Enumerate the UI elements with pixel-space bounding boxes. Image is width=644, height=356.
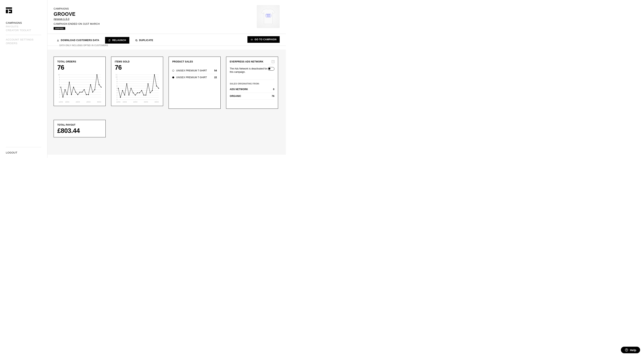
svg-point-41 <box>67 94 68 95</box>
download-customers-button[interactable]: DOWNLOAD CUSTOMERS DATA <box>54 37 102 44</box>
ads-status-row: The Ads Network is deactivated for this … <box>230 64 274 76</box>
ads-stat-label: ADS NETWORK <box>230 88 248 91</box>
svg-point-51 <box>88 94 89 95</box>
svg-point-96 <box>137 92 138 93</box>
nav-primary: CAMPAIGNS PAYOUTS CREATOR TOOLKIT <box>6 21 41 32</box>
product-sales-row: UNISEX PREMIUM T-SHIRT54 <box>172 67 217 74</box>
sidebar-item-payouts[interactable]: PAYOUTS <box>6 25 41 28</box>
card-title: TOTAL ORDERS <box>57 60 102 63</box>
svg-point-91 <box>126 83 127 84</box>
svg-text:1: 1 <box>116 96 118 98</box>
duplicate-button[interactable]: DUPLICATE <box>132 37 156 44</box>
svg-point-38 <box>60 87 61 88</box>
ads-stat-label: ORGANIC <box>230 95 241 97</box>
campaign-header: CAMPAIGNS GROOVE /groove-1-3-3 CAMPAIGN … <box>48 0 286 34</box>
help-icon[interactable]: ? <box>272 60 274 63</box>
svg-point-88 <box>120 97 121 98</box>
items-chart: 0123456789101112/0315/0320/0325/0330/03 <box>115 74 160 103</box>
svg-text:12/03: 12/03 <box>116 101 120 103</box>
campaign-title: GROOVE <box>54 11 280 17</box>
svg-text:15/03: 15/03 <box>65 101 69 103</box>
svg-point-102 <box>150 92 150 93</box>
svg-text:25/03: 25/03 <box>86 101 91 103</box>
status-badge: SHIPPED <box>54 27 65 30</box>
svg-point-97 <box>139 92 140 93</box>
ads-subhead: SALES ORIGINATING FROM: <box>230 80 274 85</box>
breadcrumb[interactable]: CAMPAIGNS <box>54 8 280 10</box>
ads-stat-row: ADS NETWORK0 <box>230 86 274 93</box>
svg-text:7: 7 <box>59 81 60 83</box>
svg-rect-4 <box>11 10 12 13</box>
svg-rect-0 <box>6 8 12 9</box>
svg-text:5: 5 <box>116 87 118 89</box>
svg-point-40 <box>65 89 66 90</box>
svg-point-43 <box>71 94 72 95</box>
duplicate-label: DUPLICATE <box>139 39 153 42</box>
logout-button[interactable]: LOGOUT <box>6 151 41 154</box>
total-orders-value: 76 <box>57 64 102 71</box>
svg-point-100 <box>146 95 146 96</box>
svg-text:25/03: 25/03 <box>144 101 148 103</box>
svg-point-53 <box>92 92 93 93</box>
svg-text:3: 3 <box>116 92 118 94</box>
svg-point-42 <box>69 82 70 82</box>
svg-point-49 <box>84 89 84 90</box>
svg-text:1: 1 <box>59 96 60 98</box>
card-total-orders: TOTAL ORDERS 76 1234567891012/0315/0320/… <box>54 57 106 106</box>
sales-variant-qty: 54 <box>214 69 217 72</box>
go-to-campaign-button[interactable]: GO TO CAMPAIGN <box>248 36 280 43</box>
goto-label: GO TO CAMPAIGN <box>254 38 276 41</box>
product-thumbnail[interactable] <box>257 5 280 28</box>
svg-text:0: 0 <box>116 99 118 101</box>
svg-text:8: 8 <box>59 79 60 81</box>
campaign-slug-link[interactable]: /groove-1-3-3 <box>54 18 69 21</box>
svg-point-103 <box>152 90 153 91</box>
svg-point-106 <box>158 88 159 89</box>
svg-point-39 <box>62 97 63 97</box>
ads-toggle[interactable] <box>268 67 274 71</box>
relaunch-label: RELAUNCH <box>112 39 126 42</box>
svg-text:20/03: 20/03 <box>76 101 80 103</box>
svg-text:15/03: 15/03 <box>122 101 127 103</box>
svg-point-47 <box>80 92 80 93</box>
svg-point-94 <box>133 92 134 93</box>
svg-rect-1 <box>6 10 8 13</box>
sidebar-item-account-settings[interactable]: ACCOUNT SETTINGS <box>6 38 41 42</box>
svg-point-89 <box>122 90 123 91</box>
svg-point-56 <box>99 84 100 85</box>
total-payout-value: £803.44 <box>57 127 102 134</box>
logout-section: LOGOUT <box>6 147 41 154</box>
sales-variant-qty: 22 <box>214 76 217 79</box>
svg-point-50 <box>86 94 86 95</box>
svg-point-90 <box>124 95 125 96</box>
sales-variant-name: UNISEX PREMIUM T-SHIRT <box>176 69 207 72</box>
svg-text:5: 5 <box>59 86 60 88</box>
sidebar-item-creator-toolkit[interactable]: CREATOR TOOLKIT <box>6 28 41 32</box>
card-items-sold: ITEMS SOLD 76 0123456789101112/0315/0320… <box>111 57 163 106</box>
ads-stat-row: ORGANIC76 <box>230 93 274 100</box>
eye-icon <box>250 38 253 41</box>
sales-variant-dot <box>172 76 174 78</box>
ads-stat-value: 0 <box>273 88 274 91</box>
svg-text:12/03: 12/03 <box>59 101 63 103</box>
svg-point-55 <box>96 74 97 75</box>
svg-point-95 <box>135 95 136 96</box>
sidebar-item-campaigns[interactable]: CAMPAIGNS <box>6 21 41 25</box>
sidebar-item-orders[interactable]: ORDERS <box>6 42 41 45</box>
svg-point-52 <box>90 84 91 85</box>
sales-variant-name: UNISEX PREMIUM T-SHIRT <box>176 76 207 79</box>
card-product-sales: PRODUCT SALES UNISEX PREMIUM T-SHIRT54UN… <box>168 57 220 109</box>
ads-desc: The Ads Network is deactivated for this … <box>230 67 268 74</box>
svg-text:9: 9 <box>116 78 118 80</box>
brand-logo <box>6 8 12 13</box>
svg-text:7: 7 <box>116 83 118 85</box>
svg-text:4: 4 <box>59 89 60 91</box>
svg-point-54 <box>94 89 95 90</box>
relaunch-button[interactable]: RELAUNCH <box>105 37 129 44</box>
dashboard: TOTAL ORDERS 76 1234567891012/0315/0320/… <box>48 50 286 155</box>
svg-text:10: 10 <box>116 76 118 78</box>
card-title: ITEMS SOLD <box>115 60 160 63</box>
sidebar: CAMPAIGNS PAYOUTS CREATOR TOOLKIT ACCOUN… <box>0 0 48 158</box>
svg-point-48 <box>82 92 82 93</box>
product-sales-row: UNISEX PREMIUM T-SHIRT22 <box>172 74 217 81</box>
